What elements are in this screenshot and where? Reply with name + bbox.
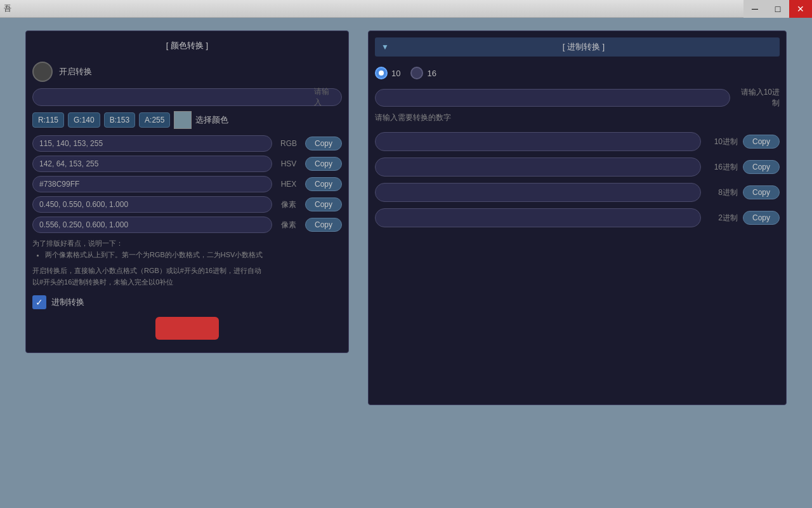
radio-row: 10 16 xyxy=(375,67,780,79)
taskbar-controls: ─ □ ✕ xyxy=(743,0,812,18)
base16-row: 16进制 Copy xyxy=(375,157,780,177)
taskbar: 吾 ─ □ ✕ xyxy=(0,0,812,18)
base2-field xyxy=(375,208,701,227)
pixel-hsv-field: 0.556, 0.250, 0.600, 1.000 xyxy=(32,217,272,233)
base8-row: 8进制 Copy xyxy=(375,183,780,202)
rgb-type-label: RGB xyxy=(276,139,301,148)
radio-label-10: 10 xyxy=(391,69,400,78)
radio-item-16[interactable]: 16 xyxy=(410,67,436,79)
note-section: 为了排版好看点，说明一下： 两个像素格式从上到下。第一个为RGB的小数格式，二为… xyxy=(32,238,342,260)
pixel-hsv-type-label: 像素 xyxy=(276,220,301,231)
color-input-bar[interactable]: 请输入 xyxy=(32,88,342,106)
right-panel-title: [ 进制转换 ] xyxy=(394,41,773,53)
checkbox-label: 进制转换 xyxy=(51,297,84,308)
chip-a: A:255 xyxy=(139,112,170,128)
input-placeholder: 请输入 xyxy=(314,86,335,108)
pixel-rgb-copy-button[interactable]: Copy xyxy=(305,197,342,211)
red-action-button[interactable] xyxy=(155,317,219,340)
hsv-type-label: HSV xyxy=(276,159,301,168)
rgb-row: 115, 140, 153, 255 RGB Copy xyxy=(32,135,342,152)
base2-type-label: 2进制 xyxy=(706,213,738,224)
color-swatch[interactable] xyxy=(174,111,192,129)
choose-color-label: 选择颜色 xyxy=(195,114,228,126)
base16-field xyxy=(375,157,701,177)
hex-row: #738C99FF HEX Copy xyxy=(32,176,342,192)
left-panel-title: [ 颜色转换 ] xyxy=(32,37,342,54)
base8-type-label: 8进制 xyxy=(706,187,738,198)
base8-field xyxy=(375,183,701,202)
radio-label-16: 16 xyxy=(427,69,436,78)
color-input[interactable] xyxy=(39,93,314,102)
hsv-copy-button[interactable]: Copy xyxy=(305,157,342,171)
maximize-button[interactable]: □ xyxy=(766,0,789,18)
base16-type-label: 16进制 xyxy=(706,162,738,173)
base2-copy-button[interactable]: Copy xyxy=(743,211,780,225)
right-input-row: 请输入10进制 xyxy=(375,87,780,109)
chip-b: B:153 xyxy=(104,112,135,128)
base8-copy-button[interactable]: Copy xyxy=(743,185,780,199)
right-note-label: 请输入需要转换的数字 xyxy=(375,112,780,123)
minimize-button[interactable]: ─ xyxy=(743,0,766,18)
left-panel: [ 颜色转换 ] 开启转换 请输入 R:115 G:140 B:153 A:25… xyxy=(25,30,349,353)
right-input-field[interactable] xyxy=(375,89,730,107)
hex-field: #738C99FF xyxy=(32,176,272,192)
radio-circle-10[interactable] xyxy=(375,67,388,79)
note-extra: 开启转换后，直接输入小数点格式（RGB）或以#开头的16进制，进行自动 以#开头… xyxy=(32,265,342,288)
base10-field xyxy=(375,132,701,151)
hex-copy-button[interactable]: Copy xyxy=(305,177,342,191)
hsv-row: 142, 64, 153, 255 HSV Copy xyxy=(32,156,342,172)
right-panel-header: ▼ [ 进制转换 ] xyxy=(375,37,780,57)
pixel-hsv-row: 0.556, 0.250, 0.600, 1.000 像素 Copy xyxy=(32,217,342,233)
triangle-icon: ▼ xyxy=(381,43,389,51)
taskbar-title: 吾 xyxy=(4,3,11,14)
base10-copy-button[interactable]: Copy xyxy=(743,135,780,149)
base10-row: 10进制 Copy xyxy=(375,132,780,151)
toggle-row: 开启转换 xyxy=(32,62,342,82)
base10-type-label: 10进制 xyxy=(706,137,738,147)
base2-row: 2进制 Copy xyxy=(375,208,780,227)
pixel-rgb-row: 0.450, 0.550, 0.600, 1.000 像素 Copy xyxy=(32,196,342,213)
chip-r: R:115 xyxy=(32,112,64,128)
toggle-label: 开启转换 xyxy=(59,66,92,77)
rgb-copy-button[interactable]: Copy xyxy=(305,137,342,150)
pixel-rgb-type-label: 像素 xyxy=(276,199,301,210)
right-input-placeholder-label: 请输入10进制 xyxy=(735,87,780,109)
note-item-1: 两个像素格式从上到下。第一个为RGB的小数格式，二为HSV小数格式 xyxy=(45,250,342,261)
base16-copy-button[interactable]: Copy xyxy=(743,160,780,174)
rgb-field: 115, 140, 153, 255 xyxy=(32,135,272,152)
pixel-rgb-field: 0.450, 0.550, 0.600, 1.000 xyxy=(32,196,272,213)
pixel-hsv-copy-button[interactable]: Copy xyxy=(305,218,342,232)
color-chips-row: R:115 G:140 B:153 A:255 选择颜色 xyxy=(32,111,342,129)
hex-type-label: HEX xyxy=(276,180,301,189)
close-button[interactable]: ✕ xyxy=(789,0,812,18)
chip-g: G:140 xyxy=(68,112,100,128)
hsv-field: 142, 64, 153, 255 xyxy=(32,156,272,172)
base-input[interactable] xyxy=(382,93,723,102)
checkbox-row: 进制转换 xyxy=(32,295,342,309)
main-area: [ 颜色转换 ] 开启转换 请输入 R:115 G:140 B:153 A:25… xyxy=(0,18,812,508)
radio-circle-16[interactable] xyxy=(410,67,423,79)
radio-item-10[interactable]: 10 xyxy=(375,67,400,79)
right-panel: ▼ [ 进制转换 ] 10 16 请输入10进制 请输入需要转换的数字 xyxy=(368,30,787,405)
checkbox-icon[interactable] xyxy=(32,295,46,309)
toggle-button[interactable] xyxy=(32,62,53,82)
